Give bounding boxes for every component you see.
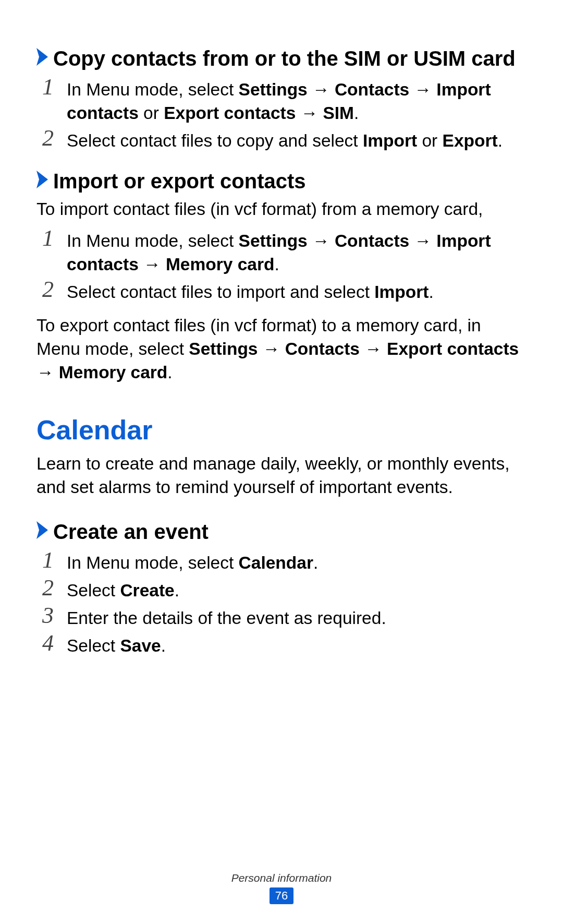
step-number: 1 [36,226,59,251]
chevron-right-icon [36,171,48,188]
import-step-1: 1 In Menu mode, select Settings → Contac… [36,226,527,276]
heading-create-event: Create an event [36,520,527,544]
step-text: In Menu mode, select Calendar. [67,548,527,574]
create-step-1: 1 In Menu mode, select Calendar. [36,548,527,574]
svg-marker-0 [36,48,48,66]
step-number: 2 [36,277,59,302]
chevron-right-icon [36,48,48,66]
create-step-3: 3 Enter the details of the event as requ… [36,603,527,630]
heading-calendar: Calendar [36,414,527,446]
import-intro-text: To import contact files (in vcf format) … [36,197,527,221]
calendar-intro: Learn to create and manage daily, weekly… [36,452,527,499]
heading-import-export-text: Import or export contacts [53,170,306,193]
step-number: 3 [36,603,59,628]
step-number: 2 [36,575,59,601]
import-step-2: 2 Select contact files to import and sel… [36,277,527,304]
svg-marker-1 [36,171,48,188]
footer-section-label: Personal information [0,872,563,884]
step-number: 1 [36,75,59,100]
heading-create-event-text: Create an event [53,520,209,544]
step-number: 1 [36,548,59,573]
page: Copy contacts from or to the SIM or USIM… [0,0,563,924]
step-text: Select contact files to import and selec… [67,277,527,304]
create-step-2: 2 Select Create. [36,575,527,602]
export-paragraph: To export contact files (in vcf format) … [36,314,527,385]
step-text: In Menu mode, select Settings → Contacts… [67,226,527,276]
svg-marker-2 [36,521,48,539]
step-number: 2 [36,126,59,151]
step-text: Select Save. [67,631,527,657]
step-text: Select contact files to copy and select … [67,126,527,152]
step-number: 4 [36,631,59,656]
step-text: Enter the details of the event as requir… [67,603,527,630]
heading-import-export: Import or export contacts [36,170,527,193]
copy-step-1: 1 In Menu mode, select Settings → Contac… [36,75,527,125]
step-text: In Menu mode, select Settings → Contacts… [67,75,527,125]
step-text: Select Create. [67,575,527,602]
create-step-4: 4 Select Save. [36,631,527,657]
heading-copy-contacts-text: Copy contacts from or to the SIM or USIM… [53,47,516,70]
chevron-right-icon [36,521,48,539]
heading-copy-contacts: Copy contacts from or to the SIM or USIM… [36,47,527,70]
page-number-badge: 76 [270,887,293,904]
copy-step-2: 2 Select contact files to copy and selec… [36,126,527,152]
